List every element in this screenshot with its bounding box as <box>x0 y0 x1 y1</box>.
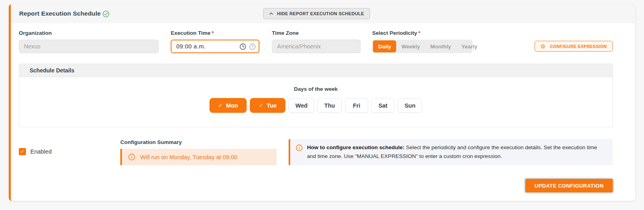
periodicity-option-weekly[interactable]: Weekly <box>396 40 425 52</box>
organization-label: Organization <box>19 30 159 36</box>
info-icon <box>296 144 303 151</box>
time-zone-label: Time Zone <box>272 30 361 36</box>
info-icon <box>128 154 135 160</box>
execution-time-label: Execution Time* <box>171 30 259 36</box>
help-text: How to configure execution schedule: Sel… <box>307 143 606 161</box>
check-circle-icon <box>102 10 110 18</box>
day-button-label: Wed <box>295 102 307 109</box>
summary-alert: Will run on Monday, Tuesday at 09:00 <box>120 149 277 165</box>
check-icon: ✓ <box>259 102 263 108</box>
summary-message: Will run on Monday, Tuesday at 09:00 <box>140 154 237 160</box>
required-asterisk: * <box>419 30 421 36</box>
days-of-week-label: Days of the week <box>294 86 338 92</box>
clock-icon-secondary[interactable] <box>249 43 256 50</box>
schedule-details-header: Schedule Details <box>19 64 613 77</box>
day-button-fri[interactable]: Fri <box>345 98 368 113</box>
gear-icon: ⚙ <box>540 44 546 49</box>
page-title: Report Execution Schedule <box>19 10 101 17</box>
help-box: How to configure execution schedule: Sel… <box>289 139 613 165</box>
periodicity-field: Select Periodicity* DailyWeeklyMonthlyYe… <box>372 30 473 53</box>
hide-button-label: HIDE REPORT EXECUTION SCHEDULE <box>277 11 364 16</box>
schedule-details-panel: Schedule Details Days of the week ✓Mon✓T… <box>19 64 613 127</box>
schedule-details-title: Schedule Details <box>30 67 74 74</box>
day-button-thu[interactable]: Thu <box>317 98 342 113</box>
configuration-summary-label: Configuration Summary <box>120 139 277 145</box>
day-button-sat[interactable]: Sat <box>371 98 395 113</box>
time-zone-field: Time Zone <box>272 30 361 53</box>
periodicity-option-daily[interactable]: Daily <box>373 40 396 52</box>
organization-input <box>19 40 159 53</box>
clock-icon[interactable] <box>239 43 246 50</box>
configure-expression-label: CONFIGURE EXPRESSION <box>550 44 607 49</box>
days-group: ✓Mon✓TueWedThuFriSatSun <box>209 98 423 113</box>
time-zone-input <box>272 40 361 53</box>
periodicity-label: Select Periodicity* <box>372 30 473 36</box>
execution-time-field: Execution Time* <box>171 30 259 53</box>
day-button-label: Fri <box>353 102 361 109</box>
chevron-up-icon <box>269 12 273 15</box>
day-button-label: Sat <box>379 102 388 109</box>
configuration-summary: Configuration Summary Will run on Monday… <box>120 139 277 165</box>
enabled-checkbox[interactable] <box>19 148 26 155</box>
report-execution-schedule-panel: Report Execution Schedule HIDE REPORT EX… <box>9 4 635 201</box>
enabled-label: Enabled <box>30 148 52 155</box>
organization-field: Organization <box>19 30 159 53</box>
required-asterisk: * <box>212 30 214 36</box>
footer-row: Enabled Configuration Summary Will run o… <box>19 139 613 165</box>
periodicity-option-yearly[interactable]: Yearly <box>456 40 483 52</box>
help-text-bold: How to configure execution schedule: <box>307 144 405 150</box>
day-button-label: Thu <box>324 102 335 109</box>
periodicity-group: DailyWeeklyMonthlyYearly <box>372 40 473 53</box>
panel-body: Organization Execution Time* <box>11 23 635 192</box>
panel-header: Report Execution Schedule HIDE REPORT EX… <box>11 4 635 23</box>
configure-expression-button[interactable]: ⚙ CONFIGURE EXPRESSION <box>534 41 613 52</box>
periodicity-option-monthly[interactable]: Monthly <box>425 40 457 52</box>
day-button-sun[interactable]: Sun <box>398 98 422 113</box>
day-button-mon[interactable]: ✓Mon <box>209 98 247 113</box>
fields-row: Organization Execution Time* <box>19 30 613 53</box>
check-icon: ✓ <box>218 102 223 108</box>
day-button-tue[interactable]: ✓Tue <box>250 98 285 113</box>
panel-title-wrap: Report Execution Schedule <box>19 10 110 18</box>
day-button-label: Sun <box>405 102 415 109</box>
enabled-checkbox-wrap[interactable]: Enabled <box>19 148 52 155</box>
day-button-label: Mon <box>226 102 238 109</box>
day-button-wed[interactable]: Wed <box>289 98 314 113</box>
enabled-column: Enabled <box>19 139 120 165</box>
hide-report-execution-schedule-button[interactable]: HIDE REPORT EXECUTION SCHEDULE <box>263 8 370 19</box>
actions-row: UPDATE CONFIGURATION <box>19 179 613 192</box>
schedule-details-body: Days of the week ✓Mon✓TueWedThuFriSatSun <box>19 77 613 127</box>
update-configuration-button[interactable]: UPDATE CONFIGURATION <box>525 179 613 192</box>
day-button-label: Tue <box>267 102 277 109</box>
